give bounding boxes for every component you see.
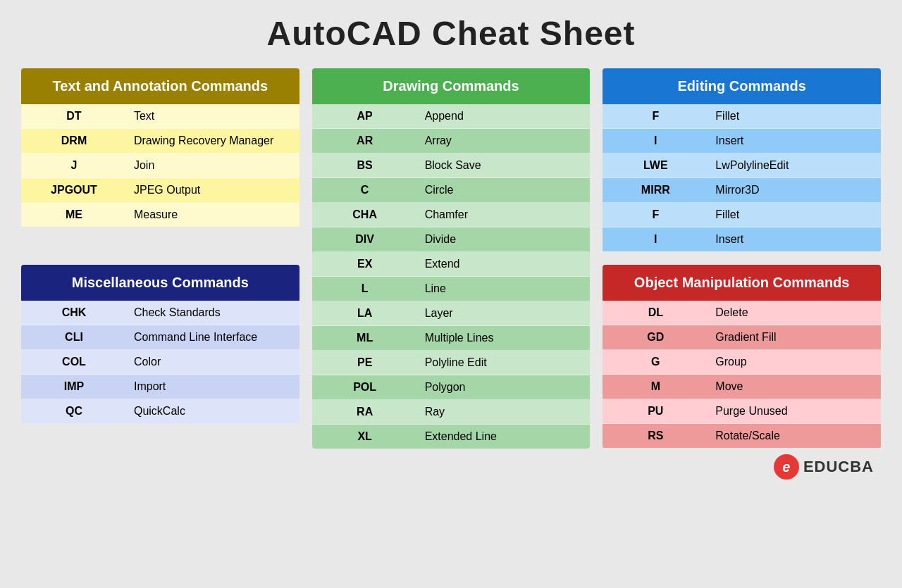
desc-cell: Import — [127, 375, 299, 399]
desc-cell: LwPolylineEdit — [708, 154, 881, 178]
logo-area: e EDUCBA — [21, 454, 881, 480]
desc-cell: Polygon — [418, 375, 591, 400]
table-row: APAppend — [312, 104, 591, 129]
section-text-annotation: Text and Annotation Commands DTTextDRMDr… — [21, 68, 299, 252]
desc-cell: Fillet — [708, 104, 881, 129]
cmd-cell: RS — [603, 424, 708, 449]
desc-cell: Circle — [418, 178, 591, 203]
cmd-cell: AP — [312, 104, 418, 129]
editing-header: Editing Commands — [603, 68, 881, 104]
table-row: DRMDrawing Recovery Manager — [21, 129, 299, 154]
cmd-cell: J — [21, 154, 127, 178]
desc-cell: Move — [708, 375, 881, 399]
cmd-cell: DRM — [21, 129, 127, 154]
cmd-cell: DIV — [312, 227, 418, 252]
table-row: CLICommand Line Interface — [21, 325, 299, 350]
cmd-cell: DL — [603, 301, 708, 325]
table-row: FFillet — [603, 203, 881, 227]
cmd-cell: CHA — [312, 203, 418, 227]
table-row: GDGradient Fill — [603, 325, 881, 350]
table-row: GGroup — [603, 350, 881, 375]
cmd-cell: C — [312, 178, 418, 203]
table-row: MMove — [603, 375, 881, 399]
table-row: MEMeasure — [21, 203, 299, 227]
section-editing: Editing Commands FFilletIInsertLWELwPoly… — [603, 68, 881, 252]
cmd-cell: XL — [312, 425, 418, 449]
table-row: PEPolyline Edit — [312, 351, 591, 375]
cmd-cell: GD — [603, 325, 708, 350]
table-row: ARArray — [312, 129, 591, 154]
table-row: MLMultiple Lines — [312, 326, 591, 351]
desc-cell: Ray — [418, 400, 591, 425]
table-row: JJoin — [21, 154, 299, 178]
cmd-cell: DT — [21, 104, 127, 129]
drawing-table: APAppendARArrayBSBlock SaveCCircleCHACha… — [312, 104, 591, 449]
desc-cell: Line — [418, 277, 591, 301]
cmd-cell: G — [603, 350, 708, 375]
table-row: RSRotate/Scale — [603, 424, 881, 449]
drawing-header: Drawing Commands — [312, 68, 591, 104]
desc-cell: Purge Unused — [708, 399, 881, 424]
table-row: PUPurge Unused — [603, 399, 881, 424]
cmd-cell: POL — [312, 375, 418, 400]
table-row: LALayer — [312, 301, 591, 326]
desc-cell: Extend — [418, 252, 591, 277]
desc-cell: Drawing Recovery Manager — [127, 129, 299, 154]
table-row: IInsert — [603, 129, 881, 154]
table-row: FFillet — [603, 104, 881, 129]
desc-cell: Join — [127, 154, 299, 178]
cmd-cell: JPGOUT — [21, 178, 127, 203]
object-manip-header: Object Manipulation Commands — [603, 265, 881, 301]
desc-cell: Delete — [708, 301, 881, 325]
logo-icon: e — [774, 454, 799, 480]
desc-cell: JPEG Output — [127, 178, 299, 203]
table-row: BSBlock Save — [312, 154, 591, 178]
desc-cell: Color — [127, 350, 299, 375]
cmd-cell: PU — [603, 399, 708, 424]
cmd-cell: AR — [312, 129, 418, 154]
logo: e EDUCBA — [774, 454, 874, 480]
table-row: CHKCheck Standards — [21, 301, 299, 325]
desc-cell: Measure — [127, 203, 299, 227]
table-row: DTText — [21, 104, 299, 129]
table-row: DIVDivide — [312, 227, 591, 252]
desc-cell: Divide — [418, 227, 591, 252]
table-row: XLExtended Line — [312, 425, 591, 449]
cmd-cell: COL — [21, 350, 127, 375]
cmd-cell: ME — [21, 203, 127, 227]
table-row: EXExtend — [312, 252, 591, 277]
cmd-cell: QC — [21, 399, 127, 424]
cmd-cell: ML — [312, 326, 418, 351]
cmd-cell: CLI — [21, 325, 127, 350]
desc-cell: Append — [418, 104, 591, 129]
desc-cell: Layer — [418, 301, 591, 326]
cmd-cell: BS — [312, 154, 418, 178]
cmd-cell: CHK — [21, 301, 127, 325]
misc-header: Miscellaneous Commands — [21, 265, 299, 301]
desc-cell: Chamfer — [418, 203, 591, 227]
desc-cell: Gradient Fill — [708, 325, 881, 350]
cmd-cell: LWE — [603, 154, 708, 178]
section-object-manip: Object Manipulation Commands DLDeleteGDG… — [603, 265, 881, 449]
table-row: RARay — [312, 400, 591, 425]
table-row: LWELwPolylineEdit — [603, 154, 881, 178]
desc-cell: Rotate/Scale — [708, 424, 881, 449]
desc-cell: Multiple Lines — [418, 326, 591, 351]
desc-cell: Insert — [708, 129, 881, 154]
desc-cell: Array — [418, 129, 591, 154]
cmd-cell: F — [603, 203, 708, 227]
desc-cell: Group — [708, 350, 881, 375]
main-grid: Text and Annotation Commands DTTextDRMDr… — [21, 68, 881, 449]
cmd-cell: PE — [312, 351, 418, 375]
cmd-cell: M — [603, 375, 708, 399]
text-annotation-header: Text and Annotation Commands — [21, 68, 299, 104]
desc-cell: Extended Line — [418, 425, 591, 449]
desc-cell: Insert — [708, 227, 881, 252]
editing-table: FFilletIInsertLWELwPolylineEditMIRRMirro… — [603, 104, 881, 251]
cmd-cell: F — [603, 104, 708, 129]
table-row: CCircle — [312, 178, 591, 203]
text-annotation-table: DTTextDRMDrawing Recovery ManagerJJoinJP… — [21, 104, 299, 227]
cmd-cell: EX — [312, 252, 418, 277]
cmd-cell: IMP — [21, 375, 127, 399]
cmd-cell: RA — [312, 400, 418, 425]
